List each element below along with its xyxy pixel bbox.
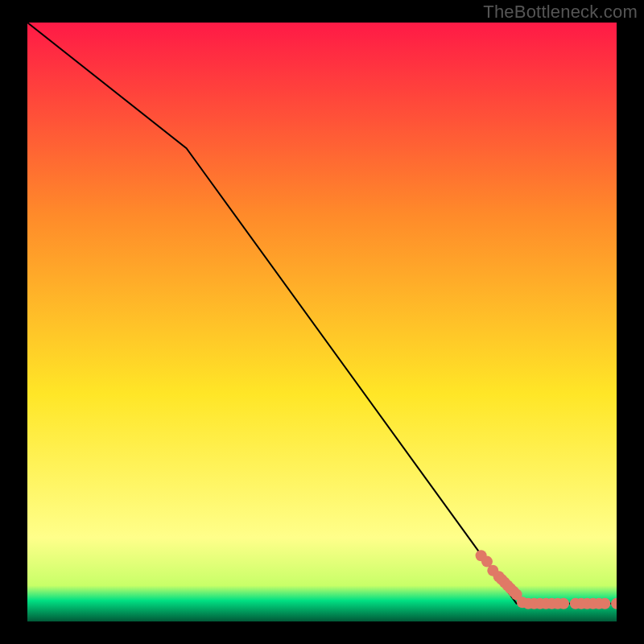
plot-area <box>27 23 617 621</box>
data-marker <box>599 598 610 609</box>
chart-container: TheBottleneck.com <box>0 0 644 644</box>
watermark-text: TheBottleneck.com <box>483 2 638 23</box>
chart-svg <box>27 23 617 621</box>
gradient-background <box>27 23 617 621</box>
data-marker <box>558 598 569 609</box>
